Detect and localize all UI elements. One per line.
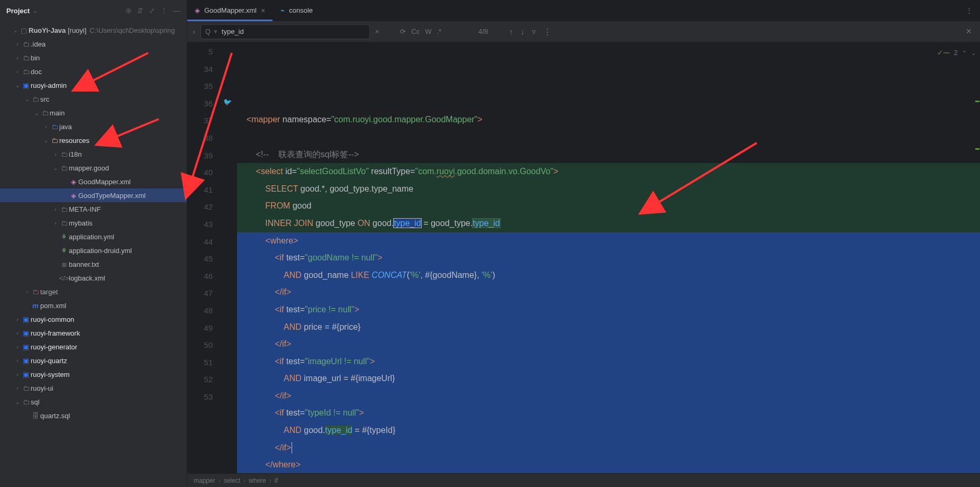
sidebar-title[interactable]: Project (6, 7, 30, 15)
tree-node[interactable]: ›🗀META-INF (0, 202, 187, 216)
folder-icon: 🗀 (21, 68, 31, 76)
match-case-toggle[interactable]: Cc (411, 28, 420, 35)
breadcrumbs[interactable]: mapper› select› where› if (187, 473, 980, 487)
res-folder-icon: 🗀 (50, 137, 59, 145)
expand-all-icon[interactable]: ⇵ (137, 6, 143, 15)
tree-node[interactable]: ›🗀i18n (0, 147, 187, 161)
tree-label: application.yml (69, 233, 114, 241)
folder-icon: 🗀 (40, 109, 50, 117)
tree-node[interactable]: ≣banner.txt (0, 257, 187, 271)
tree-node[interactable]: ›🗀mybatis (0, 216, 187, 230)
editor-area: ◈ GoodMapper.xml × ⌁ console ⋮ › Q ▾ (187, 0, 980, 487)
more-tabs-icon[interactable]: ⋮ (966, 6, 973, 14)
tree-label: mapper.good (69, 164, 109, 172)
tree-node[interactable]: ›🗀target (0, 285, 187, 299)
collapse-all-icon[interactable]: ⤢ (149, 6, 155, 15)
tree-label: banner.txt (69, 260, 99, 268)
editor-tabs: ◈ GoodMapper.xml × ⌁ console ⋮ (187, 0, 980, 21)
tree-node[interactable]: ◈GoodTypeMapper.xml (0, 188, 187, 202)
tree-label: logback.xml (69, 274, 105, 282)
tree-node[interactable]: ⌄🗀mapper.good (0, 161, 187, 175)
inspection-widget[interactable]: ✓⁓ 2 ⌃ ⌄ (937, 44, 976, 62)
code-area[interactable]: 5343536373839404142434445464748495051525… (187, 42, 980, 473)
project-tree[interactable]: ⌄ ▢ RuoYi-Java [ruoyi] C:\Users\qcl\Desk… (0, 21, 187, 487)
chevron-down-icon[interactable]: ⌄ (971, 44, 976, 62)
regex-replace-icon[interactable]: ⟳ (400, 28, 406, 35)
tree-label: src (40, 95, 49, 103)
tree-node[interactable]: ◈GoodMapper.xml (0, 175, 187, 188)
close-find-icon[interactable]: × (966, 26, 975, 37)
tree-node[interactable]: ⚘application.yml (0, 230, 187, 244)
tree-node[interactable]: ›🗀java (0, 120, 187, 133)
tree-node[interactable]: ›▣ruoyi-common (0, 312, 187, 326)
tree-label: ruoyi-common (31, 315, 74, 323)
folder-icon: 🗀 (59, 205, 69, 213)
find-next-icon[interactable]: ↓ (521, 27, 525, 36)
tab-goodmapper[interactable]: ◈ GoodMapper.xml × (187, 0, 273, 21)
xml-icon: ◈ (69, 192, 78, 200)
sidebar-header: Project ⌄ ⊕ ⇵ ⤢ ⋮ — (0, 0, 187, 21)
tree-node[interactable]: ›▣ruoyi-system (0, 367, 187, 381)
find-expand-icon[interactable]: › (193, 28, 195, 36)
tree-node[interactable]: </>logback.xml (0, 271, 187, 285)
tree-label: target (40, 288, 58, 296)
hide-icon[interactable]: — (173, 6, 180, 15)
folder-icon: 🗀 (21, 40, 31, 48)
clear-find-icon[interactable]: × (375, 28, 379, 35)
tree-label: ruoyi-generator (31, 343, 77, 351)
tree-node[interactable]: mpom.xml (0, 299, 187, 312)
module-icon: ▣ (21, 343, 31, 351)
find-bar: › Q ▾ × ⟳ Cc W .* 4/8 ↑ ↓ ▿ ⋮ × (187, 21, 980, 42)
folder-excl-icon: 🗀 (31, 288, 40, 296)
filter-icon[interactable]: ▿ (532, 27, 536, 37)
folder-icon: 🗀 (21, 398, 31, 406)
src-folder-icon: 🗀 (50, 123, 59, 131)
crumb[interactable]: where (249, 477, 266, 484)
crumb[interactable]: mapper (194, 477, 215, 484)
tree-label: ruoyi-admin (31, 82, 67, 89)
tree-node[interactable]: ›🗀ruoyi-ui (0, 381, 187, 395)
tree-node[interactable]: ⌄▣ruoyi-admin (0, 78, 187, 92)
tree-node[interactable]: ⌄🗀resources (0, 133, 187, 147)
tree-root[interactable]: ⌄ ▢ RuoYi-Java [ruoyi] C:\Users\qcl\Desk… (0, 23, 187, 37)
tree-node[interactable]: ›▣ruoyi-generator (0, 340, 187, 354)
chevron-up-icon[interactable]: ⌃ (962, 44, 967, 62)
folder-icon: 🗀 (59, 150, 69, 158)
tree-node[interactable]: ›🗀bin (0, 51, 187, 65)
console-icon: ⌁ (280, 6, 285, 14)
tree-label: ruoyi-framework (31, 329, 80, 337)
folder-icon: 🗀 (59, 164, 69, 172)
find-input[interactable] (221, 27, 365, 36)
chevron-down-icon[interactable]: ⌄ (33, 7, 38, 14)
select-opened-file-icon[interactable]: ⊕ (125, 6, 132, 15)
find-more-icon[interactable]: ⋮ (543, 27, 551, 37)
tree-node[interactable]: ›▣ruoyi-framework (0, 326, 187, 340)
db-icon: 🗄 (31, 412, 40, 420)
tree-node[interactable]: ⚘application-druid.yml (0, 244, 187, 257)
more-icon[interactable]: ⋮ (160, 6, 168, 15)
tree-label: resources (59, 137, 89, 145)
tree-node[interactable]: ⌄🗀src (0, 92, 187, 106)
find-prev-icon[interactable]: ↑ (509, 27, 513, 36)
tree-node[interactable]: ›▣ruoyi-quartz (0, 354, 187, 367)
tree-node[interactable]: ›🗀.idea (0, 37, 187, 51)
tree-node[interactable]: ⌄🗀sql (0, 395, 187, 409)
regex-toggle[interactable]: .* (437, 28, 441, 35)
module-icon: ▣ (21, 315, 31, 323)
close-icon[interactable]: × (261, 6, 265, 15)
tree-node[interactable]: ›🗀doc (0, 65, 187, 78)
tree-node[interactable]: 🗄quartz.sql (0, 409, 187, 422)
tree-label: ruoyi-quartz (31, 357, 67, 365)
root-label: RuoYi-Java (29, 26, 66, 34)
tree-label: pom.xml (40, 302, 66, 310)
tab-console[interactable]: ⌁ console (273, 0, 321, 21)
find-input-wrapper: Q ▾ (201, 24, 370, 39)
crumb[interactable]: select (224, 477, 240, 484)
maven-icon: m (31, 302, 40, 310)
tree-node[interactable]: ⌄🗀main (0, 106, 187, 120)
tree-label: bin (31, 54, 40, 62)
folder-icon: 🗀 (21, 54, 31, 62)
words-toggle[interactable]: W (425, 28, 431, 35)
crumb[interactable]: if (275, 477, 278, 484)
code-content[interactable]: ✓⁓ 2 ⌃ ⌄ <mapper namespace="com.ruoyi.go… (237, 42, 980, 473)
